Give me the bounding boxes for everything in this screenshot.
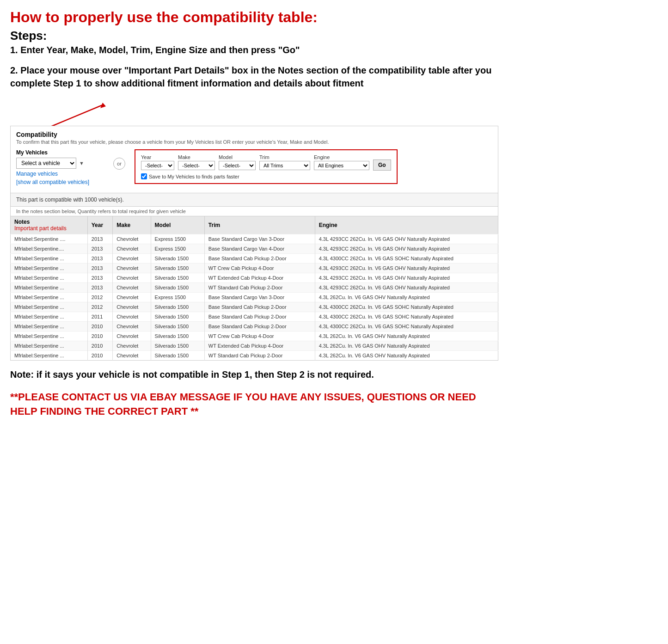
engine-cell: 4.3L 4293CC 262Cu. In. V6 GAS OHV Natura… [315, 244, 498, 254]
year-cell: 2012 [87, 293, 112, 302]
model-cell: Express 1500 [151, 244, 204, 254]
trim-cell: Base Standard Cargo Van 4-Door [204, 244, 315, 254]
trim-cell: Base Standard Cab Pickup 2-Door [204, 322, 315, 331]
engine-select[interactable]: All Engines [314, 161, 369, 170]
model-cell: Silverado 1500 [151, 351, 204, 361]
make-cell: Chevrolet [113, 283, 151, 293]
notes-cell: Mfrlabel:Serpentine ... [11, 312, 88, 322]
notes-cell: Mfrlabel:Serpentine ... [11, 322, 88, 331]
select-vehicle-dropdown[interactable]: Select a vehicle [16, 158, 76, 169]
table-row: Mfrlabel:Serpentine ...2010ChevroletSilv… [11, 341, 498, 351]
engine-cell: 4.3L 262Cu. In. V6 GAS OHV Naturally Asp… [315, 341, 498, 351]
notes-cell: Mfrlabel:Serpentine ... [11, 341, 88, 351]
step2-text: 2. Place your mouse over "Important Part… [10, 64, 498, 90]
save-label: Save to My Vehicles to finds parts faste… [149, 174, 239, 179]
notes-cell: Mfrlabel:Serpentine.... [11, 244, 88, 254]
manage-vehicles-link[interactable]: Manage vehicles [16, 171, 104, 177]
engine-cell: 4.3L 262Cu. In. V6 GAS OHV Naturally Asp… [315, 331, 498, 341]
compat-subtitle: To confirm that this part fits your vehi… [16, 139, 492, 145]
in-notes-bar: In the notes section below, Quantity ref… [10, 207, 498, 216]
or-circle: or [113, 158, 125, 170]
col-header-notes: Notes Important part details [11, 216, 88, 234]
trim-cell: WT Extended Cab Pickup 4-Door [204, 341, 315, 351]
trim-cell: WT Crew Cab Pickup 4-Door [204, 331, 315, 341]
year-label: Year [141, 154, 174, 160]
col-header-model: Model [151, 216, 204, 234]
table-row: Mfrlabel:Serpentine ....2013ChevroletExp… [11, 234, 498, 244]
note-text: Note: if it says your vehicle is not com… [10, 368, 498, 381]
notes-cell: Mfrlabel:Serpentine ... [11, 302, 88, 312]
contact-text: **PLEASE CONTACT US VIA EBAY MESSAGE IF … [10, 390, 498, 419]
year-cell: 2013 [87, 244, 112, 254]
year-cell: 2013 [87, 254, 112, 264]
trim-select[interactable]: All Trims [259, 161, 310, 170]
trim-cell: WT Extended Cab Pickup 4-Door [204, 273, 315, 283]
make-cell: Chevrolet [113, 293, 151, 302]
make-cell: Chevrolet [113, 302, 151, 312]
table-row: Mfrlabel:Serpentine ...2012ChevroletSilv… [11, 302, 498, 312]
table-row: Mfrlabel:Serpentine ...2013ChevroletSilv… [11, 283, 498, 293]
engine-cell: 4.3L 4300CC 262Cu. In. V6 GAS SOHC Natur… [315, 322, 498, 331]
make-cell: Chevrolet [113, 273, 151, 283]
engine-cell: 4.3L 4293CC 262Cu. In. V6 GAS OHV Natura… [315, 264, 498, 273]
make-select[interactable]: -Select- [178, 161, 215, 170]
table-row: Mfrlabel:Serpentine ...2010ChevroletSilv… [11, 351, 498, 361]
compatible-count-bar: This part is compatible with 1000 vehicl… [10, 193, 498, 207]
model-select[interactable]: -Select- [219, 161, 256, 170]
model-cell: Silverado 1500 [151, 302, 204, 312]
engine-cell: 4.3L 4300CC 262Cu. In. V6 GAS SOHC Natur… [315, 312, 498, 322]
col-header-year: Year [87, 216, 112, 234]
model-cell: Silverado 1500 [151, 341, 204, 351]
model-cell: Silverado 1500 [151, 312, 204, 322]
vehicle-form-box: Year -Select- Make -Select- Model -Selec… [135, 149, 398, 184]
table-row: Mfrlabel:Serpentine ...2010ChevroletSilv… [11, 322, 498, 331]
table-row: Mfrlabel:Serpentine ...2013ChevroletSilv… [11, 264, 498, 273]
trim-cell: WT Crew Cab Pickup 4-Door [204, 264, 315, 273]
year-cell: 2013 [87, 264, 112, 273]
trim-cell: WT Standard Cab Pickup 2-Door [204, 283, 315, 293]
model-cell: Express 1500 [151, 293, 204, 302]
table-row: Mfrlabel:Serpentine ...2013ChevroletSilv… [11, 273, 498, 283]
save-checkbox[interactable] [141, 173, 147, 179]
engine-cell: 4.3L 4300CC 262Cu. In. V6 GAS SOHC Natur… [315, 302, 498, 312]
make-cell: Chevrolet [113, 254, 151, 264]
make-cell: Chevrolet [113, 351, 151, 361]
model-cell: Silverado 1500 [151, 254, 204, 264]
model-cell: Express 1500 [151, 234, 204, 244]
show-compatible-link[interactable]: [show all compatible vehicles] [16, 179, 104, 185]
trim-cell: WT Standard Cab Pickup 2-Door [204, 351, 315, 361]
main-title: How to properly use the compatibility ta… [10, 8, 498, 26]
svg-line-0 [47, 105, 103, 128]
notes-cell: Mfrlabel:Serpentine .... [11, 234, 88, 244]
engine-cell: 4.3L 4300CC 262Cu. In. V6 GAS SOHC Natur… [315, 254, 498, 264]
go-button[interactable]: Go [373, 159, 391, 171]
engine-cell: 4.3L 4293CC 262Cu. In. V6 GAS OHV Natura… [315, 234, 498, 244]
model-cell: Silverado 1500 [151, 322, 204, 331]
trim-cell: Base Standard Cab Pickup 2-Door [204, 254, 315, 264]
notes-cell: Mfrlabel:Serpentine ... [11, 273, 88, 283]
make-cell: Chevrolet [113, 322, 151, 331]
year-cell: 2010 [87, 351, 112, 361]
col-header-make: Make [113, 216, 151, 234]
make-label: Make [178, 154, 215, 160]
notes-cell: Mfrlabel:Serpentine ... [11, 293, 88, 302]
compatibility-section: Compatibility To confirm that this part … [10, 126, 498, 193]
col-header-engine: Engine [315, 216, 498, 234]
step1-text: 1. Enter Year, Make, Model, Trim, Engine… [10, 45, 498, 55]
year-select[interactable]: -Select- [141, 161, 174, 170]
model-cell: Silverado 1500 [151, 273, 204, 283]
table-row: Mfrlabel:Serpentine ...2010ChevroletSilv… [11, 331, 498, 341]
make-cell: Chevrolet [113, 312, 151, 322]
model-cell: Silverado 1500 [151, 283, 204, 293]
engine-cell: 4.3L 4293CC 262Cu. In. V6 GAS OHV Natura… [315, 273, 498, 283]
trim-cell: Base Standard Cab Pickup 2-Door [204, 302, 315, 312]
notes-cell: Mfrlabel:Serpentine ... [11, 331, 88, 341]
trim-cell: Base Standard Cab Pickup 2-Door [204, 312, 315, 322]
trim-label: Trim [259, 154, 310, 160]
model-cell: Silverado 1500 [151, 331, 204, 341]
year-cell: 2013 [87, 283, 112, 293]
notes-cell: Mfrlabel:Serpentine ... [11, 351, 88, 361]
engine-cell: 4.3L 4293CC 262Cu. In. V6 GAS OHV Natura… [315, 283, 498, 293]
table-row: Mfrlabel:Serpentine ...2011ChevroletSilv… [11, 312, 498, 322]
make-cell: Chevrolet [113, 234, 151, 244]
